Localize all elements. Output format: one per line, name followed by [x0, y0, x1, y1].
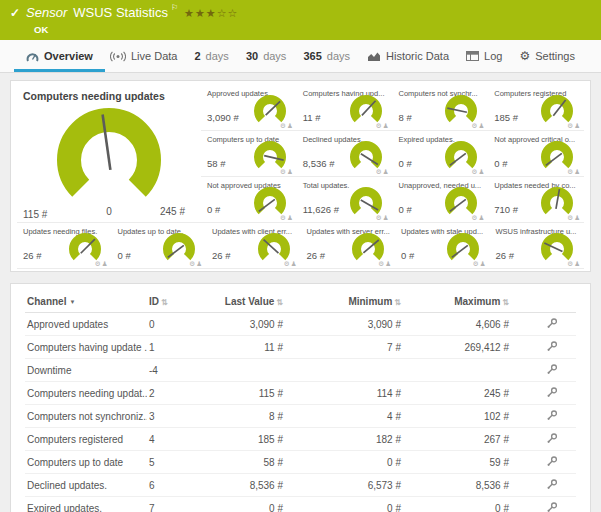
gauge-action-icons[interactable]: ⚙♟	[280, 168, 294, 176]
gauge-tile-computers-not-synchr[interactable]: Computers not synchr...8 #⚙♟	[393, 85, 489, 131]
table-row: Computers having update ...111 #7 #269,4…	[25, 336, 576, 359]
gauge-pin-icon[interactable]: ♟	[478, 168, 485, 175]
gauge-pin-icon[interactable]: ♟	[574, 122, 581, 129]
tab-30-days[interactable]: 30days	[242, 40, 291, 72]
gauge-action-icons[interactable]: ⚙♟	[567, 122, 581, 130]
channel-settings-icon[interactable]	[546, 501, 558, 512]
gauge-tile-total-updates[interactable]: Total updates.11,626 #⚙♟	[297, 177, 393, 223]
gauge-tile-updates-with-stale-upd[interactable]: Updates with stale upd...0 #⚙♟	[395, 223, 490, 269]
cell-channel[interactable]: Declined updates.	[25, 474, 147, 497]
gauge-tile-not-approved-updates[interactable]: Not approved updates0 #⚙♟	[201, 177, 297, 223]
tab-overview[interactable]: Overview	[22, 40, 97, 72]
gauge-pin-icon[interactable]: ♟	[383, 122, 390, 129]
gauge-tile-computers-needing-updates[interactable]: Computers needing updates 115 # 0 245 #	[17, 85, 201, 223]
cell-channel[interactable]: Computers having update ...	[25, 336, 147, 359]
gauge-action-icons[interactable]: ⚙♟	[280, 122, 294, 130]
gauge-action-icons[interactable]: ⚙♟	[189, 260, 203, 268]
gauge-action-icons[interactable]: ⚙♟	[280, 214, 294, 222]
gauge-settings-icon[interactable]: ⚙	[376, 214, 383, 221]
cell-channel[interactable]: Computers not synchroniz...	[25, 405, 147, 428]
gauge-tile-unapproved-needed-u[interactable]: Unapproved, needed u...0 #⚙♟	[393, 177, 489, 223]
gauge-tile-computers-registered[interactable]: Computers registered185 #⚙♟	[488, 85, 584, 131]
gauge-tile-expired-updates[interactable]: Expired updates.0 #⚙♟	[393, 131, 489, 177]
gauge-settings-icon[interactable]: ⚙	[95, 260, 102, 267]
gauge-tile-updates-needing-files[interactable]: Updates needing files.26 #⚙♟	[17, 223, 112, 269]
gauge-action-icons[interactable]: ⚙♟	[473, 260, 487, 268]
cell-channel[interactable]: Downtime	[25, 359, 147, 382]
tab-log[interactable]: Log	[462, 40, 506, 72]
gauge-scale-max: 245 #	[160, 206, 185, 217]
gauge-settings-icon[interactable]: ⚙	[376, 168, 383, 175]
gauge-pin-icon[interactable]: ♟	[385, 260, 392, 267]
cell-channel[interactable]: Approved updates	[25, 313, 147, 336]
channel-settings-icon[interactable]	[546, 363, 558, 375]
cell-channel[interactable]: Computers registered	[25, 428, 147, 451]
gauge-settings-icon[interactable]: ⚙	[280, 168, 287, 175]
gauge-pin-icon[interactable]: ♟	[287, 168, 294, 175]
gauge-tile-approved-updates[interactable]: Approved updates3,090 #⚙♟	[201, 85, 297, 131]
gauge-action-icons[interactable]: ⚙♟	[567, 214, 581, 222]
gauge-action-icons[interactable]: ⚙♟	[95, 260, 109, 268]
gauge-tile-wsus-infrastructure-u[interactable]: WSUS infrastructure u...26 #⚙♟	[490, 223, 585, 269]
gauge-action-icons[interactable]: ⚙♟	[378, 260, 392, 268]
gauge-pin-icon[interactable]: ♟	[574, 260, 581, 267]
gauge-pin-icon[interactable]: ♟	[478, 122, 485, 129]
channel-settings-icon[interactable]	[546, 386, 558, 398]
cell-channel[interactable]: Computers needing updat...	[25, 382, 147, 405]
col-header-maximum[interactable]: Maximum⇅	[403, 290, 511, 313]
channel-settings-icon[interactable]	[546, 409, 558, 421]
tab-historic-data[interactable]: Historic Data	[363, 40, 453, 72]
gauge-pin-icon[interactable]: ♟	[102, 260, 109, 267]
channel-settings-icon[interactable]	[546, 317, 558, 329]
cell-channel[interactable]: Computers up to date	[25, 451, 147, 474]
channel-settings-icon[interactable]	[546, 478, 558, 490]
gauge-tile-updates-with-server-err[interactable]: Updates with server err...26 #⚙♟	[301, 223, 396, 269]
gauge-tile-declined-updates[interactable]: Declined updates.8,536 #⚙♟	[297, 131, 393, 177]
channel-settings-icon[interactable]	[546, 432, 558, 444]
gauge-pin-icon[interactable]: ♟	[574, 168, 581, 175]
gauge-pin-icon[interactable]: ♟	[196, 260, 203, 267]
gauge-pin-icon[interactable]: ♟	[287, 214, 294, 221]
tab-live-data[interactable]: Live Data	[106, 40, 181, 72]
gauge-pin-icon[interactable]: ♟	[383, 168, 390, 175]
gauge-action-icons[interactable]: ⚙♟	[284, 260, 298, 268]
gauge-tile-updates-needed-by-co[interactable]: Updates needed by co...710 #⚙♟	[488, 177, 584, 223]
gauge-tile-computers-having-upd[interactable]: Computers having upd...11 #⚙♟	[297, 85, 393, 131]
gauge-action-icons[interactable]: ⚙♟	[472, 122, 486, 130]
gauge-settings-icon[interactable]: ⚙	[280, 214, 287, 221]
col-header-id[interactable]: ID⇅	[147, 290, 205, 313]
gauge-tile-not-approved-critical-o[interactable]: Not approved critical o...0 #⚙♟	[488, 131, 584, 177]
tab-365-days[interactable]: 365days	[299, 40, 354, 72]
cell-channel[interactable]: Expired updates.	[25, 497, 147, 512]
gauge-settings-icon[interactable]: ⚙	[376, 122, 383, 129]
gauge-settings-icon[interactable]: ⚙	[284, 260, 291, 267]
tab-settings[interactable]: ⚙Settings	[515, 40, 579, 72]
gauge-tile-computers-up-to-date[interactable]: Computers up to date58 #⚙♟	[201, 131, 297, 177]
gauge-pin-icon[interactable]: ♟	[574, 214, 581, 221]
col-header-minimum[interactable]: Minimum⇅	[285, 290, 403, 313]
gauge-pin-icon[interactable]: ♟	[480, 260, 487, 267]
gauge-settings-icon[interactable]: ⚙	[473, 260, 480, 267]
gauge-action-icons[interactable]: ⚙♟	[567, 260, 581, 268]
channel-settings-icon[interactable]	[546, 455, 558, 467]
gauge-action-icons[interactable]: ⚙♟	[376, 122, 390, 130]
gauge-tile-updates-up-to-date[interactable]: Updates up to date.0 #⚙♟	[112, 223, 207, 269]
tab-2-days[interactable]: 2days	[190, 40, 232, 72]
gauge-value: 0 #	[399, 204, 412, 215]
gauge-action-icons[interactable]: ⚙♟	[472, 214, 486, 222]
gauge-action-icons[interactable]: ⚙♟	[472, 168, 486, 176]
gauge-action-icons[interactable]: ⚙♟	[376, 214, 390, 222]
priority-stars[interactable]: ★★★☆☆	[184, 5, 238, 21]
gauge-action-icons[interactable]: ⚙♟	[567, 168, 581, 176]
gauge-tile-updates-with-client-err[interactable]: Updates with client err...26 #⚙♟	[206, 223, 301, 269]
gauge-settings-icon[interactable]: ⚙	[280, 122, 287, 129]
flag-icon[interactable]: ⚐	[171, 0, 178, 16]
gauge-pin-icon[interactable]: ♟	[287, 122, 294, 129]
col-header-last-value[interactable]: Last Value⇅	[205, 290, 285, 313]
gauge-pin-icon[interactable]: ♟	[291, 260, 298, 267]
gauge-pin-icon[interactable]: ♟	[478, 214, 485, 221]
gauge-action-icons[interactable]: ⚙♟	[376, 168, 390, 176]
col-header-channel[interactable]: Channel▼	[25, 290, 147, 313]
channel-settings-icon[interactable]	[546, 340, 558, 352]
gauge-pin-icon[interactable]: ♟	[383, 214, 390, 221]
